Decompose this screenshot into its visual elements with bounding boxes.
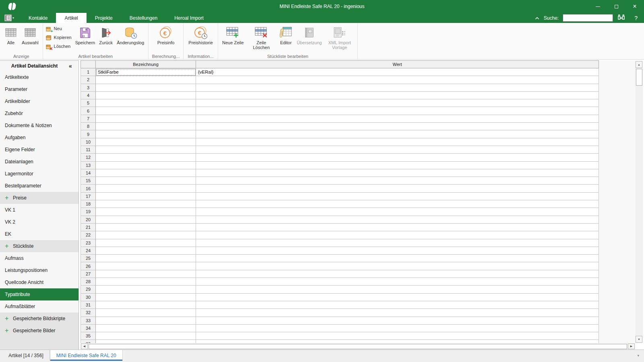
row-number-cell[interactable]: 18 bbox=[80, 200, 96, 208]
bottom-tab-artikel-14-356[interactable]: Artikel [14 / 356] bbox=[2, 350, 50, 361]
bezeichnung-cell[interactable] bbox=[96, 200, 196, 208]
scroll-up-button[interactable]: ▲ bbox=[636, 61, 642, 68]
row-number-cell[interactable]: 19 bbox=[80, 208, 96, 216]
bezeichnung-cell[interactable] bbox=[96, 247, 196, 255]
bezeichnung-cell[interactable] bbox=[96, 123, 196, 130]
menu-tab-heroal-import[interactable]: Heroal Import bbox=[166, 13, 212, 23]
zurueck-button[interactable]: Zurück bbox=[97, 24, 115, 52]
bezeichnung-cell[interactable] bbox=[96, 154, 196, 161]
wert-cell[interactable] bbox=[196, 301, 599, 309]
sidebar-item-artikeltexte[interactable]: Artikeltexte bbox=[0, 71, 78, 83]
scroll-right-button[interactable]: ▶ bbox=[628, 343, 635, 349]
wert-cell[interactable] bbox=[196, 247, 599, 255]
bezeichnung-cell[interactable] bbox=[96, 340, 196, 343]
sidebar-item-bestellparameter[interactable]: Bestellparameter bbox=[0, 180, 78, 192]
bezeichnung-cell[interactable] bbox=[96, 107, 196, 115]
auswahl-button[interactable]: Auswahl bbox=[20, 24, 41, 52]
bezeichnung-cell[interactable] bbox=[96, 84, 196, 92]
row-number-cell[interactable]: 1 bbox=[80, 68, 96, 76]
wert-column-header[interactable]: Wert bbox=[196, 60, 599, 68]
row-number-cell[interactable]: 9 bbox=[80, 130, 96, 138]
row-number-cell[interactable]: 5 bbox=[80, 99, 96, 107]
bezeichnung-cell[interactable] bbox=[96, 208, 196, 216]
sidebar-item-aufmass[interactable]: Aufmass bbox=[0, 252, 78, 264]
xml-import-vorlage-button[interactable]: XML Import Vorlage bbox=[324, 24, 355, 52]
bezeichnung-cell[interactable] bbox=[96, 115, 196, 123]
bezeichnung-cell[interactable] bbox=[96, 162, 196, 169]
bezeichnung-cell[interactable] bbox=[96, 262, 196, 270]
wert-cell[interactable] bbox=[196, 123, 599, 130]
sidebar-item-parameter[interactable]: Parameter bbox=[0, 83, 78, 95]
wert-cell[interactable] bbox=[196, 76, 599, 84]
restore-button[interactable] bbox=[607, 0, 625, 13]
wert-cell[interactable] bbox=[196, 115, 599, 123]
menu-tab-bestellungen[interactable]: Bestellungen bbox=[121, 13, 166, 23]
sidebar-item-vk-1[interactable]: VK 1 bbox=[0, 204, 78, 216]
wert-cell[interactable] bbox=[196, 317, 599, 325]
bezeichnung-cell[interactable] bbox=[96, 224, 196, 231]
wert-cell[interactable] bbox=[196, 294, 599, 301]
sidebar-item-eigene-felder[interactable]: Eigene Felder bbox=[0, 144, 78, 156]
wert-cell[interactable] bbox=[196, 286, 599, 293]
scroll-left-button[interactable]: ◀ bbox=[81, 343, 88, 349]
wert-cell[interactable] bbox=[196, 130, 599, 138]
row-number-cell[interactable]: 30 bbox=[80, 294, 96, 301]
bezeichnung-cell[interactable] bbox=[96, 231, 196, 239]
zeile-loeschen-button[interactable]: Zeile Löschen bbox=[246, 24, 277, 52]
sidebar-item-lagermonitor[interactable]: Lagermonitor bbox=[0, 168, 78, 180]
bezeichnung-cell[interactable] bbox=[96, 169, 196, 177]
row-number-cell[interactable]: 27 bbox=[80, 270, 96, 278]
wert-cell[interactable] bbox=[196, 162, 599, 169]
wert-cell[interactable] bbox=[196, 177, 599, 185]
row-number-cell[interactable]: 8 bbox=[80, 123, 96, 130]
minimize-button[interactable] bbox=[588, 0, 607, 13]
wert-cell[interactable] bbox=[196, 92, 599, 99]
bezeichnung-cell[interactable] bbox=[96, 130, 196, 138]
wert-cell[interactable] bbox=[196, 200, 599, 208]
row-number-cell[interactable]: 31 bbox=[80, 301, 96, 309]
bezeichnung-cell[interactable] bbox=[96, 92, 196, 99]
vertical-scrollbar[interactable]: ▲ ▼ bbox=[635, 61, 643, 343]
row-number-cell[interactable]: 28 bbox=[80, 278, 96, 286]
sidebar-item-aufgaben[interactable]: Aufgaben bbox=[0, 132, 78, 144]
bezeichnung-cell[interactable] bbox=[96, 294, 196, 301]
horizontal-scrollbar-thumb[interactable] bbox=[89, 344, 627, 349]
sidebar-item-leistungspositionen[interactable]: Leistungspositionen bbox=[0, 264, 78, 276]
row-number-cell[interactable]: 25 bbox=[80, 255, 96, 262]
sidebar-item-gespeicherte-bilder[interactable]: +Gespeicherte Bilder bbox=[0, 325, 78, 337]
vertical-scrollbar-thumb[interactable] bbox=[636, 69, 642, 86]
wert-cell[interactable] bbox=[196, 146, 599, 154]
row-number-cell[interactable]: 22 bbox=[80, 231, 96, 239]
horizontal-scrollbar[interactable]: ◀ ▶ bbox=[80, 343, 635, 350]
sidebar-item-preise[interactable]: +Preise bbox=[0, 192, 78, 204]
wert-cell[interactable] bbox=[196, 99, 599, 107]
bezeichnung-cell[interactable] bbox=[96, 177, 196, 185]
wert-cell[interactable] bbox=[196, 138, 599, 146]
bezeichnung-cell[interactable] bbox=[96, 332, 196, 340]
sidebar-item-dateianlagen[interactable]: Dateianlagen bbox=[0, 156, 78, 168]
bezeichnung-cell[interactable] bbox=[96, 99, 196, 107]
menu-tab-projekte[interactable]: Projekte bbox=[87, 13, 121, 23]
wert-cell[interactable] bbox=[196, 325, 599, 332]
bottom-tab-mini-endleiste-safe-ral-20[interactable]: MINI Endleiste Safe RAL 20 bbox=[50, 350, 123, 361]
row-number-cell[interactable]: 7 bbox=[80, 115, 96, 123]
sidebar-item-stueckliste[interactable]: +Stückliste bbox=[0, 240, 78, 252]
help-button[interactable]: ? bbox=[634, 15, 638, 21]
bezeichnung-cell[interactable] bbox=[96, 216, 196, 224]
sidebar-item-artikelbilder[interactable]: Artikelbilder bbox=[0, 95, 78, 107]
row-number-cell[interactable]: 24 bbox=[80, 247, 96, 255]
wert-cell[interactable] bbox=[196, 309, 599, 317]
row-number-cell[interactable]: 29 bbox=[80, 286, 96, 293]
bezeichnung-cell[interactable] bbox=[96, 146, 196, 154]
aenderungslog-button[interactable]: Änderungslog bbox=[115, 24, 146, 52]
uebersetzung-button[interactable]: Übersetzung bbox=[295, 24, 324, 52]
speichern-button[interactable]: Speichern bbox=[73, 24, 97, 52]
row-number-cell[interactable]: 16 bbox=[80, 185, 96, 192]
bezeichnung-cell[interactable] bbox=[96, 239, 196, 247]
row-number-cell[interactable]: 21 bbox=[80, 224, 96, 231]
neu-button[interactable]: + Neu bbox=[46, 25, 72, 32]
row-number-cell[interactable]: 2 bbox=[80, 76, 96, 84]
sidebar-collapse-icon[interactable]: « bbox=[69, 63, 78, 69]
row-number-cell[interactable]: 23 bbox=[80, 239, 96, 247]
wert-cell[interactable] bbox=[196, 270, 599, 278]
